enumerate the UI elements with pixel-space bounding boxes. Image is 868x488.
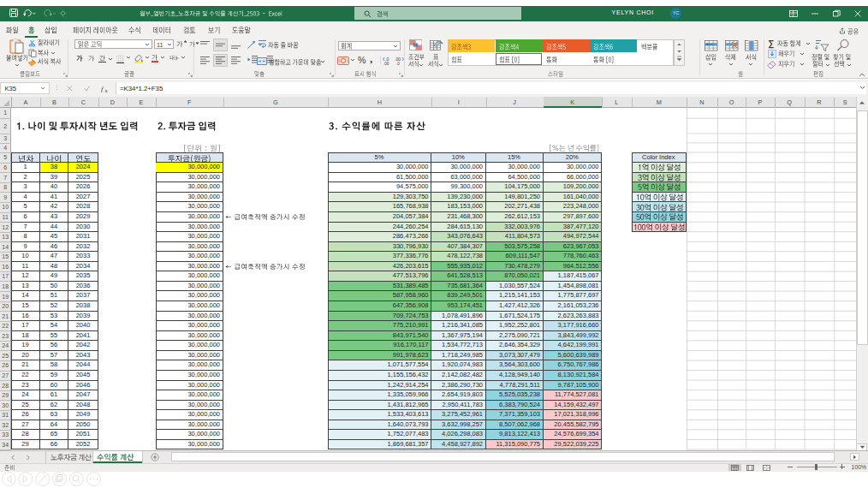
svg-text:.0: .0 — [396, 61, 400, 65]
svg-text:.00: .00 — [383, 61, 389, 65]
svg-text:f: f — [101, 85, 104, 92]
svg-text:x: x — [105, 88, 108, 93]
